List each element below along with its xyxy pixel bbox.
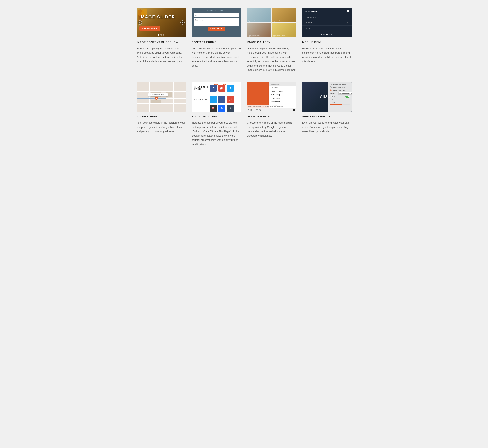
slider-dot-3[interactable]: [163, 34, 165, 36]
maps-widget: Empire State Building ×: [136, 82, 186, 112]
gallery-cell-2[interactable]: Type caption here: [272, 8, 296, 22]
video-youtube-row: YouTube: [330, 92, 350, 95]
font-icon-2[interactable]: ▦: [250, 109, 252, 111]
gallery-caption-4: Type caption here: [273, 35, 285, 36]
feature-card-gallery: Type caption here Type caption here Type…: [247, 8, 296, 72]
youtube-url-input[interactable]: [338, 92, 352, 95]
contact-title: CONTACT FORMS: [192, 41, 241, 44]
page-wrapper: IMAGE SLIDER LEARN MORE ‹ › IMAGE/CONTEN…: [133, 0, 356, 164]
menu-title: MOBILE MENU: [302, 41, 352, 44]
menu-item-features[interactable]: FEATURES ▼: [302, 20, 352, 26]
slider-dots: [158, 34, 165, 36]
social-behance-btn[interactable]: Bǝ: [218, 105, 225, 112]
social-tumblr-btn[interactable]: t: [227, 105, 234, 112]
menu-header: MOBIRISE ☰: [302, 8, 352, 15]
font-icon-3[interactable]: ☰: [253, 109, 254, 111]
video-settings-panel: Background Image Background Color Backgr…: [328, 82, 352, 112]
menu-logo: MOBIRISE: [305, 10, 317, 13]
feature-grid-row1: IMAGE SLIDER LEARN MORE ‹ › IMAGE/CONTEN…: [136, 8, 352, 72]
gallery-caption-2: Type caption here: [273, 20, 285, 22]
fonts-item-pt-sans[interactable]: PT Sans: [269, 86, 296, 89]
fonts-text-partial: ite in a few clicks! Mobirise helps you …: [248, 105, 296, 108]
feature-card-menu: MOBIRISE ☰ OVERVIEW FEATURES ▼ HELP ▼ DO…: [302, 8, 352, 72]
maps-tooltip-close[interactable]: ×: [165, 94, 166, 96]
overlay-label: Overlay: [330, 96, 344, 97]
menu-widget: MOBIRISE ☰ OVERVIEW FEATURES ▼ HELP ▼ DO…: [302, 8, 352, 37]
fonts-item-raleway[interactable]: ✓ Raleway: [269, 93, 296, 96]
video-setting-bg-video: Background Video: [330, 89, 350, 91]
slider-prev-btn[interactable]: ‹: [138, 20, 142, 25]
contact-name-input[interactable]: [194, 13, 239, 17]
color-label: Color: [330, 99, 350, 100]
feature-card-fonts: Source San... PT Sans Open Sans Con... ✓…: [247, 82, 296, 147]
slider-next-btn[interactable]: ›: [180, 20, 185, 25]
contact-desc: Add a subscribe or contact form to your …: [192, 46, 241, 68]
contact-message-input[interactable]: [194, 18, 239, 26]
social-title: SOCIAL BUTTONS: [192, 115, 241, 118]
fonts-item-montserrat[interactable]: Montserrat: [269, 100, 296, 104]
social-gplus-follow-btn[interactable]: g+: [227, 96, 234, 103]
video-opacity-row: Opacity: [330, 101, 350, 103]
feature-card-slideshow: IMAGE SLIDER LEARN MORE ‹ › IMAGE/CONTEN…: [136, 8, 186, 72]
gallery-cell-4[interactable]: Type caption here: [272, 23, 296, 37]
slider-dot-2[interactable]: [160, 34, 162, 36]
social-follow-label: FOLLOW US: [194, 98, 208, 100]
menu-item-help-label: HELP: [305, 27, 311, 29]
fonts-item-opensans[interactable]: Open Sans Con...: [269, 89, 296, 93]
slider-dot-1[interactable]: [158, 34, 160, 36]
social-twitter-follow-btn[interactable]: t: [210, 96, 217, 103]
menu-item-features-label: FEATURES: [305, 22, 316, 24]
menu-desc: Horizontal site menu folds itself into a…: [302, 46, 352, 64]
social-facebook-share-btn[interactable]: f 192: [210, 85, 217, 92]
opacity-slider[interactable]: [330, 104, 350, 105]
slider-learn-more-btn[interactable]: LEARN MORE: [139, 26, 160, 31]
menu-item-overview[interactable]: OVERVIEW: [302, 15, 352, 20]
maps-tooltip: Empire State Building ×: [148, 93, 168, 96]
chevron-down-icon-2: ▼: [347, 27, 349, 29]
youtube-label: YouTube: [330, 92, 337, 94]
fonts-color-swatch[interactable]: [293, 109, 295, 111]
contact-submit-btn[interactable]: CONTACT US: [208, 27, 225, 31]
social-follow-row: FOLLOW US t f g+: [194, 96, 239, 103]
gallery-title: IMAGE GALLERY: [247, 41, 296, 44]
slideshow-desc: Embed a completely responsive, touch-swi…: [136, 46, 186, 64]
menu-download-btn[interactable]: DOWNLOAD: [305, 32, 349, 36]
radio-bg-video[interactable]: [330, 89, 332, 91]
social-share-row: SHARE THISPAGE! f 192 g+ 47 t: [194, 85, 239, 92]
social-gplus-share-btn[interactable]: g+ 47: [218, 85, 225, 92]
hamburger-icon[interactable]: ☰: [346, 10, 349, 13]
maps-title: GOOGLE MAPS: [136, 115, 186, 118]
social-github-btn[interactable]: ♈: [210, 105, 217, 112]
radio-bg-color[interactable]: [330, 87, 332, 88]
gallery-caption-1: Type caption here: [248, 20, 260, 22]
video-setting-bg-image: Background Image: [330, 84, 350, 86]
contact-form-title: CONTACT FORM: [207, 10, 226, 12]
video-title: VIDEO BACKGROUND: [302, 115, 352, 118]
svg-point-3: [156, 98, 157, 99]
video-overlay-row: Overlay: [330, 96, 350, 98]
social-twitter-share-btn[interactable]: t: [227, 85, 234, 92]
gallery-cell-1[interactable]: Type caption here: [247, 8, 272, 22]
bg-image-label: Background Image: [333, 84, 346, 86]
social-desc: Increase the number of your site visitor…: [192, 121, 241, 147]
video-desc: Liven up your website and catch your sit…: [302, 121, 352, 134]
fonts-toolbar: ✎ ▦ ☰ Raleway 17: [247, 108, 296, 112]
video-widget: VIDEO Background Image Background Color: [302, 82, 352, 112]
feature-card-video: VIDEO Background Image Background Color: [302, 82, 352, 147]
feature-card-social: SHARE THISPAGE! f 192 g+ 47 t FOLLO: [192, 82, 241, 147]
fonts-title: GOOGLE FONTS: [247, 115, 296, 118]
fonts-toolbar-icons: ✎ ▦ ☰: [248, 109, 254, 111]
menu-item-help[interactable]: HELP ▼: [302, 26, 352, 31]
overlay-toggle[interactable]: [345, 96, 350, 98]
gallery-cell-3[interactable]: Type caption here: [247, 23, 272, 37]
social-facebook-follow-btn[interactable]: f: [218, 96, 225, 103]
font-icon-1[interactable]: ✎: [248, 109, 250, 111]
radio-bg-image[interactable]: [330, 84, 332, 86]
fonts-dropdown-header: Source San...: [269, 82, 296, 86]
maps-tooltip-text: Empire State Building: [150, 94, 165, 96]
social-share-label: SHARE THISPAGE!: [194, 86, 208, 90]
feature-card-maps: Empire State Building × GOOGLE MAPS Poin…: [136, 82, 186, 147]
fonts-widget: Source San... PT Sans Open Sans Con... ✓…: [247, 82, 296, 112]
fonts-item-droid-sans[interactable]: Droid Sans: [269, 96, 296, 100]
chevron-down-icon: ▼: [347, 22, 349, 24]
